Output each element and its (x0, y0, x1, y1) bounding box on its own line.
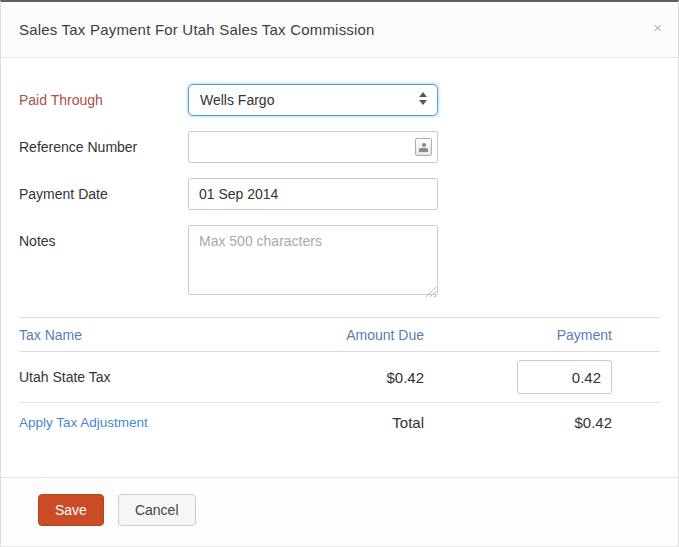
notes-row: Notes (19, 225, 660, 299)
cancel-button[interactable]: Cancel (118, 494, 196, 526)
total-value: $0.42 (424, 414, 660, 431)
close-icon[interactable]: × (653, 20, 662, 35)
notes-label: Notes (19, 225, 188, 249)
total-label: Total (307, 414, 424, 431)
tax-table-header: Tax Name Amount Due Payment (19, 317, 660, 352)
apply-tax-adjustment-link[interactable]: Apply Tax Adjustment (19, 415, 148, 430)
notes-textarea[interactable] (188, 225, 438, 295)
payment-date-label: Payment Date (19, 186, 188, 202)
paid-through-row: Paid Through Wells Fargo (19, 84, 660, 116)
modal-body: Paid Through Wells Fargo Reference Numbe… (1, 58, 678, 441)
tax-name-header: Tax Name (19, 327, 307, 343)
payment-date-input[interactable] (188, 178, 438, 210)
payment-amount-input[interactable] (517, 360, 612, 394)
save-button[interactable]: Save (38, 494, 104, 526)
reference-number-input[interactable] (188, 131, 438, 163)
modal-header: Sales Tax Payment For Utah Sales Tax Com… (1, 2, 678, 58)
table-row: Utah State Tax $0.42 (19, 352, 660, 403)
reference-number-row: Reference Number (19, 131, 660, 163)
payment-date-row: Payment Date (19, 178, 660, 210)
paid-through-select[interactable]: Wells Fargo (188, 84, 438, 116)
modal-footer: Save Cancel (1, 477, 678, 546)
modal-title: Sales Tax Payment For Utah Sales Tax Com… (19, 21, 375, 38)
amount-due-header: Amount Due (307, 327, 424, 343)
tax-name-cell: Utah State Tax (19, 369, 307, 385)
autofill-contact-icon[interactable] (415, 138, 432, 156)
amount-due-cell: $0.42 (307, 369, 424, 386)
tax-table: Tax Name Amount Due Payment Utah State T… (19, 317, 660, 441)
reference-number-label: Reference Number (19, 139, 188, 155)
payment-header: Payment (424, 327, 660, 343)
paid-through-value: Wells Fargo (200, 92, 274, 108)
sales-tax-payment-modal: Sales Tax Payment For Utah Sales Tax Com… (0, 0, 679, 547)
paid-through-label: Paid Through (19, 92, 188, 108)
total-row: Apply Tax Adjustment Total $0.42 (19, 403, 660, 441)
select-stepper-icon (419, 92, 427, 105)
